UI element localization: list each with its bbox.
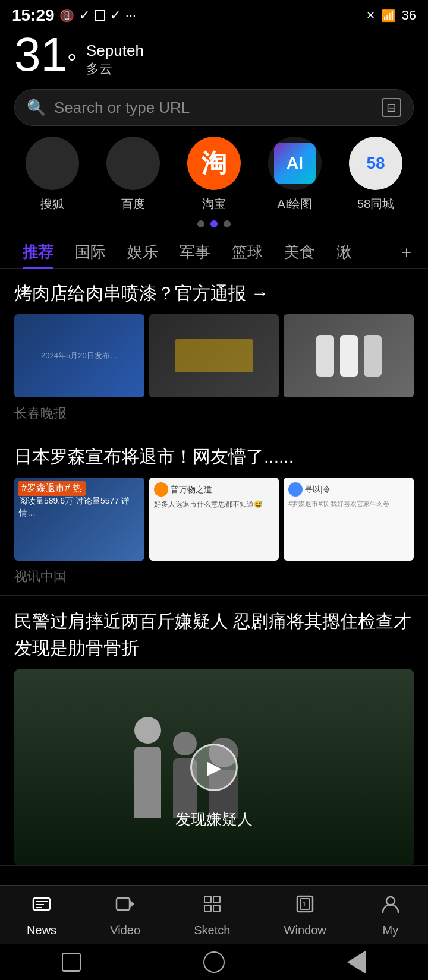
article-3[interactable]: 民警过肩摔近两百斤嫌疑人 忍剧痛将其摁住检查才发现是肋骨骨折 REC [0, 596, 428, 866]
nav-my[interactable]: My [370, 889, 411, 942]
page-dots [0, 217, 428, 236]
video-overlay-text: 发现嫌疑人 [175, 809, 253, 830]
apps-row: 搜狐 百度 淘 淘宝 AI AI绘图 58 58同城 [0, 137, 428, 217]
dot-2 [210, 220, 218, 227]
search-bar[interactable]: 🔍 Search or type URL ⊟ [14, 89, 414, 126]
recent-apps-button[interactable] [56, 947, 86, 977]
news-icon [31, 893, 52, 920]
battery-level: 36 [402, 8, 416, 23]
dot-1 [197, 220, 204, 227]
app-taobao-label: 淘宝 [202, 196, 226, 212]
app-baidu-label: 百度 [121, 196, 145, 212]
app-sogou-label: 搜狐 [40, 196, 64, 212]
tab-international[interactable]: 国际 [64, 236, 117, 268]
svg-rect-6 [204, 896, 211, 903]
status-dots-icon: ··· [125, 8, 136, 23]
tab-military[interactable]: 军事 [169, 236, 221, 268]
home-button[interactable] [199, 947, 229, 977]
weather-temp: 31° [14, 31, 77, 78]
wifi-icon: 📶 [381, 8, 396, 23]
status-bar: 15:29 📵 ✓ ✓ ··· ✕ 📶 36 [0, 0, 428, 29]
window-icon: 1 [294, 893, 316, 920]
app-58[interactable]: 58 58同城 [349, 137, 402, 212]
nav-video[interactable]: Video [100, 889, 150, 942]
app-ai-label: AI绘图 [278, 196, 313, 212]
article-1[interactable]: 烤肉店给肉串喷漆？官方通报 → 2024年5月20日发布… 长春晚报 [0, 269, 428, 432]
app-ai[interactable]: AI AI绘图 [268, 137, 322, 212]
article-1-image-2 [149, 314, 279, 397]
home-icon [203, 951, 225, 973]
tabs-icon[interactable]: ⊟ [382, 98, 401, 117]
status-square-icon [95, 10, 105, 21]
news-feed: 烤肉店给肉串喷漆？官方通报 → 2024年5月20日发布… 长春晚报 [0, 269, 428, 866]
my-icon [380, 893, 401, 920]
category-tabs: 推荐 国际 娱乐 军事 篮球 美食 湫 + [0, 236, 428, 269]
weather-description: 多云 [86, 60, 144, 78]
article-2-headline: 日本罗森宣布将退市！网友懵了...... [14, 444, 414, 469]
back-icon [347, 950, 366, 974]
nav-window-label: Window [284, 924, 326, 937]
search-icon: 🔍 [27, 99, 46, 117]
video-play-button[interactable]: ▶ [190, 744, 238, 791]
article-1-image-3 [284, 314, 414, 397]
tab-focus[interactable]: 湫 [326, 236, 363, 268]
app-baidu[interactable]: 百度 [106, 137, 160, 212]
weather-info: Seputeh 多云 [86, 31, 144, 78]
svg-rect-9 [213, 905, 220, 912]
app-ai-icon: AI [268, 137, 322, 190]
article-2-image-2: 普万物之道 好多人选退市什么意思都不知道😅 [149, 478, 279, 561]
recent-icon [62, 953, 81, 972]
status-check2-icon: ✓ [110, 8, 121, 23]
nav-my-label: My [383, 924, 399, 937]
system-bar [0, 944, 428, 980]
nav-sketch[interactable]: Sketch [184, 889, 240, 942]
article-3-headline: 民警过肩摔近两百斤嫌疑人 忍剧痛将其摁住检查才发现是肋骨骨折 [14, 608, 414, 661]
app-sogou-icon [26, 137, 79, 190]
status-left: 15:29 📵 ✓ ✓ ··· [12, 6, 136, 25]
tab-food[interactable]: 美食 [273, 236, 326, 268]
dot-3 [224, 220, 231, 227]
article-3-video[interactable]: REC 发现嫌疑人 ▶ [14, 669, 414, 865]
nav-news[interactable]: News [17, 889, 66, 942]
video-icon [115, 893, 136, 920]
nav-news-label: News [27, 924, 56, 937]
article-1-headline: 烤肉店给肉串喷漆？官方通报 → [14, 281, 414, 306]
bottom-nav: News Video Sketch 1 [0, 885, 428, 944]
article-1-image-1: 2024年5月20日发布… [14, 314, 144, 397]
article-2-images: #罗森退市# 热 阅读量589.6万 讨论量5577 详情… 普万物之道 好多人… [14, 478, 414, 561]
svg-marker-5 [130, 900, 134, 908]
svg-rect-4 [117, 898, 130, 910]
weather-bar: 31° Seputeh 多云 [0, 29, 428, 86]
sketch-icon [202, 893, 223, 920]
app-sogou[interactable]: 搜狐 [26, 137, 79, 212]
article-2-image-1: #罗森退市# 热 阅读量589.6万 讨论量5577 详情… [14, 478, 144, 561]
app-58-label: 58同城 [357, 196, 394, 212]
nav-sketch-label: Sketch [194, 924, 230, 937]
app-baidu-icon [106, 137, 160, 190]
svg-text:1: 1 [303, 901, 306, 908]
nav-window[interactable]: 1 Window [275, 889, 336, 942]
back-button[interactable] [342, 947, 372, 977]
article-1-source: 长春晚报 [14, 404, 414, 422]
app-taobao-icon: 淘 [187, 137, 241, 190]
tab-entertainment[interactable]: 娱乐 [117, 236, 169, 268]
svg-rect-8 [204, 905, 211, 912]
svg-rect-7 [213, 896, 220, 903]
tab-basketball[interactable]: 篮球 [221, 236, 273, 268]
tab-more[interactable]: + [397, 237, 416, 268]
status-check-icon: ✓ [79, 8, 90, 23]
article-1-images: 2024年5月20日发布… [14, 314, 414, 397]
search-input-placeholder[interactable]: Search or type URL [54, 99, 373, 117]
status-right: ✕ 📶 36 [366, 8, 416, 23]
app-58-icon: 58 [349, 137, 402, 190]
nav-video-label: Video [110, 924, 140, 937]
article-2-source: 视讯中国 [14, 568, 414, 586]
weather-city: Seputeh [86, 42, 144, 60]
status-signal-icon: 📵 [59, 8, 74, 23]
app-taobao[interactable]: 淘 淘宝 [187, 137, 241, 212]
close-icon: ✕ [366, 9, 375, 22]
tab-recommended[interactable]: 推荐 [12, 236, 64, 268]
article-2[interactable]: 日本罗森宣布将退市！网友懵了...... #罗森退市# 热 阅读量589.6万 … [0, 432, 428, 596]
status-time: 15:29 [12, 6, 55, 25]
article-2-image-3: 寻以|令 #罗森退市#联 我好喜欢它家牛肉卷 [284, 478, 414, 561]
